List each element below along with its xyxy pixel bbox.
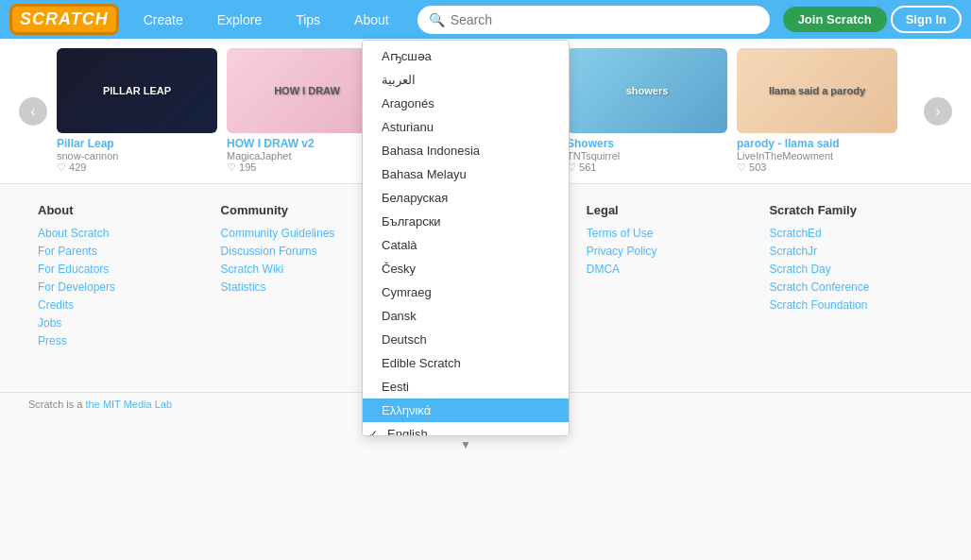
dropdown-item[interactable]: Català (363, 233, 569, 257)
dropdown-item[interactable]: Česky (363, 257, 569, 280)
language-label: Български (382, 214, 441, 229)
dropdown-item[interactable]: Eesti (363, 375, 569, 399)
footer-col-title: About (38, 203, 202, 217)
language-label: Аҧсшәа (382, 49, 432, 63)
footer-link[interactable]: ScratchJr (769, 245, 933, 258)
project-thumbnail: PILLAR LEAP (57, 48, 217, 133)
dropdown-item[interactable]: Bahasa Melayu (363, 162, 569, 186)
thumb-label: HOW I DRAW (270, 81, 344, 100)
language-label: Edible Scratch (382, 356, 461, 370)
footer-col-title: Scratch Family (769, 203, 933, 217)
mit-link[interactable]: the MIT Media Lab (86, 399, 173, 410)
footer-link[interactable]: Community Guidelines (221, 227, 385, 240)
language-label: Deutsch (382, 332, 427, 347)
dropdown-item[interactable]: Deutsch (363, 328, 569, 351)
nav-explore[interactable]: Explore (202, 0, 277, 39)
nav-tips[interactable]: Tips (281, 0, 335, 39)
project-thumbnail: llama said a parody (737, 48, 897, 133)
join-scratch-button[interactable]: Join Scratch (783, 7, 887, 32)
footer-link[interactable]: For Educators (38, 263, 202, 276)
footer-link[interactable]: For Parents (38, 245, 202, 258)
language-label: Asturianu (382, 120, 434, 134)
search-bar: 🔍 (417, 6, 770, 34)
footer-bottom-text: Scratch is a (28, 399, 82, 410)
footer-link[interactable]: Statistics (221, 280, 385, 294)
footer-link[interactable]: Scratch Conference (769, 280, 933, 294)
language-label: Català (382, 238, 417, 252)
project-likes: ♡ 503 (737, 161, 897, 174)
language-label: Bahasa Melayu (382, 167, 467, 181)
language-label: Aragonés (382, 96, 434, 110)
project-thumbnail: showers (567, 48, 727, 133)
footer-col-0: AboutAbout ScratchFor ParentsFor Educato… (28, 203, 212, 373)
prev-arrow-button[interactable]: ‹ (19, 97, 47, 126)
navbar: SCRATCH Create Explore Tips About 🔍 Join… (0, 0, 971, 39)
footer-col-title: Legal (587, 203, 751, 217)
project-title: parody - llama said (737, 137, 897, 150)
footer-link[interactable]: About Scratch (38, 227, 202, 240)
language-label: Eesti (382, 380, 409, 394)
footer-link[interactable]: Jobs (38, 316, 202, 330)
footer-link[interactable]: Press (38, 334, 202, 348)
footer-link[interactable]: DMCA (587, 263, 751, 276)
project-likes: ♡ 561 (567, 161, 727, 174)
language-label: Česky (382, 262, 416, 276)
footer-link[interactable]: Credits (38, 298, 202, 312)
language-label: Ελληνικά (382, 403, 431, 416)
footer-link[interactable]: Discussion Forums (221, 245, 385, 258)
language-label: Bahasa Indonesia (382, 144, 480, 158)
search-input[interactable] (451, 12, 758, 27)
project-author: LiveInTheMeowment (737, 150, 897, 161)
project-card[interactable]: llama said a parody parody - llama said … (737, 48, 897, 174)
scratch-logo[interactable]: SCRATCH (9, 4, 119, 35)
language-label: Cymraeg (382, 285, 432, 299)
language-label: Беларуская (382, 191, 448, 205)
language-label: العربية (382, 73, 416, 87)
project-title: Showers (567, 137, 727, 150)
thumb-label: llama said a parody (765, 81, 869, 100)
footer-link[interactable]: Privacy Policy (587, 245, 751, 258)
language-label: Dansk (382, 309, 417, 323)
footer-link[interactable]: Scratch Foundation (769, 298, 933, 312)
footer-link[interactable]: Scratch Day (769, 263, 933, 276)
project-likes: ♡ 429 (57, 161, 217, 174)
next-arrow-button[interactable]: › (924, 97, 952, 126)
dropdown-item[interactable]: Беларуская (363, 186, 569, 210)
footer-col-3: LegalTerms of UsePrivacy PolicyDMCA (577, 203, 760, 373)
dropdown-item[interactable]: Dansk (363, 304, 569, 328)
thumb-label: showers (622, 81, 673, 100)
sign-in-button[interactable]: Sign In (891, 6, 962, 33)
project-author: TNTsquirrel (567, 150, 727, 161)
search-icon: 🔍 (429, 12, 445, 27)
project-card[interactable]: showers Showers TNTsquirrel ♡ 561 (567, 48, 727, 174)
language-dropdown: АҧсшәаالعربيةAragonésAsturianuBahasa Ind… (362, 40, 570, 416)
nav-about[interactable]: About (339, 0, 404, 39)
dropdown-item[interactable]: Aragonés (363, 92, 569, 115)
thumb-label: PILLAR LEAP (99, 81, 175, 100)
dropdown-item[interactable]: Ελληνικά (363, 399, 569, 416)
project-author: snow-cannon (57, 150, 217, 161)
nav-create[interactable]: Create (128, 0, 198, 39)
footer-link[interactable]: ScratchEd (769, 227, 933, 240)
footer-col-title: Community (221, 203, 385, 217)
footer-link[interactable]: Terms of Use (587, 227, 751, 240)
project-title: Pillar Leap (57, 137, 217, 150)
project-card[interactable]: PILLAR LEAP Pillar Leap snow-cannon ♡ 42… (57, 48, 217, 174)
dropdown-item[interactable]: Asturianu (363, 115, 569, 139)
footer-col-4: Scratch FamilyScratchEdScratchJrScratch … (759, 203, 943, 373)
footer-link[interactable]: For Developers (38, 280, 202, 294)
dropdown-item[interactable]: Cymraeg (363, 280, 569, 304)
dropdown-item[interactable]: Български (363, 210, 569, 233)
dropdown-item[interactable]: العربية (363, 68, 569, 92)
dropdown-container: АҧсшәаالعربيةAragonésAsturianuBahasa Ind… (362, 40, 570, 416)
dropdown-item[interactable]: Аҧсшәа (363, 44, 569, 68)
footer-link[interactable]: Scratch Wiki (221, 263, 385, 276)
dropdown-item[interactable]: Edible Scratch (363, 351, 569, 375)
dropdown-item[interactable]: Bahasa Indonesia (363, 139, 569, 162)
